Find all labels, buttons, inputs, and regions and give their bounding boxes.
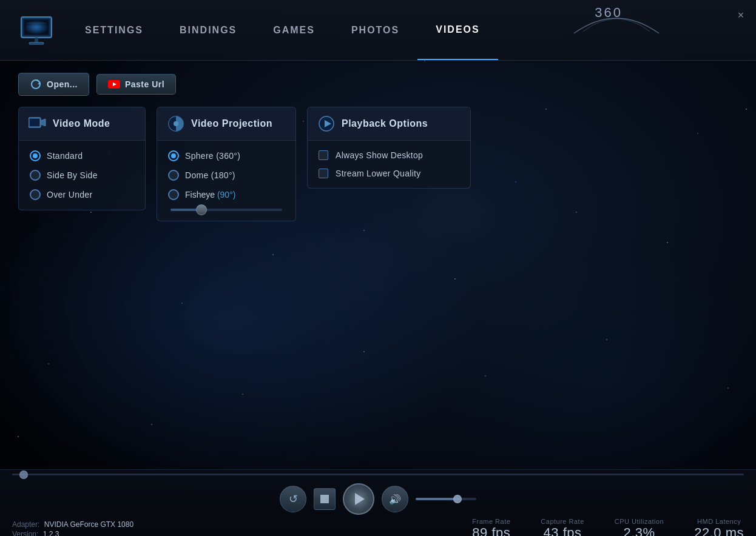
projection-title: Video Projection [191,118,272,129]
play-icon [355,493,365,505]
frame-rate-stat: Frame Rate 89 fps [472,518,510,536]
svg-rect-12 [30,119,39,126]
projection-icon [167,115,185,133]
tab-games[interactable]: GAMES [255,0,333,60]
checkbox-box-always-show [319,150,328,160]
volume-thumb[interactable] [453,495,462,503]
radio-dot-dome [168,170,179,181]
titlebar: SETTINGS BINDINGS GAMES PHOTOS VIDEOS 36… [0,0,756,61]
hmd-value: 22.0 ms [694,525,744,536]
playback-options-panel: Playback Options Always Show Desktop Str… [307,107,471,189]
refresh-icon-symbol: ↺ [289,492,298,506]
video-mode-panel: Video Mode Standard Side By Side Over Un… [18,107,146,210]
brand-arc-decoration [562,0,671,36]
status-stats: Frame Rate 89 fps Capture Rate 43 fps CP… [472,518,744,536]
tab-videos[interactable]: VIDEOS [417,0,498,60]
radio-dome[interactable]: Dome (180°) [168,170,285,181]
capture-rate-label: Capture Rate [541,518,584,525]
svg-marker-11 [41,119,46,126]
radio-fisheye[interactable]: Fisheye (90°) [168,189,285,200]
checkbox-box-stream-lower [319,169,328,178]
radio-side-by-side[interactable]: Side By Side [30,170,134,181]
radio-dot-fisheye [168,189,179,200]
app-logo-icon [18,12,55,49]
playback-title: Playback Options [342,118,428,129]
refresh-icon [30,78,42,90]
radio-sphere[interactable]: Sphere (360°) [168,150,285,161]
version-info: Version: 1.2.3 [12,530,133,536]
progress-bar-container [12,470,744,474]
svg-marker-9 [113,82,116,86]
video-mode-icon [29,115,47,133]
radio-dot-standard [30,150,41,161]
tab-photos[interactable]: PHOTOS [333,0,417,60]
open-button[interactable]: Open... [18,73,89,96]
checkbox-stream-lower-quality[interactable]: Stream Lower Quality [319,169,459,178]
fisheye-slider-thumb[interactable] [196,204,207,215]
radio-dot-side-by-side [30,170,41,181]
paste-url-button[interactable]: Paste Url [96,74,176,95]
playback-icon [317,115,336,133]
tab-bindings[interactable]: BINDINGS [161,0,255,60]
status-left: Adapter: NVIDIA GeForce GTX 1080 Version… [12,520,133,536]
controls-row: ↺ 🔊 [280,477,476,518]
checkbox-always-show-desktop[interactable]: Always Show Desktop [319,150,459,160]
video-projection-header: Video Projection [157,107,295,141]
fisheye-slider-track [170,209,282,211]
cpu-value: 2.3% [623,525,655,536]
adapter-info: Adapter: NVIDIA GeForce GTX 1080 [12,520,133,529]
youtube-icon [108,80,120,89]
hmd-latency-stat: HMD Latency 22.0 ms [694,518,744,536]
radio-over-under[interactable]: Over Under [30,189,134,200]
stop-button[interactable] [314,488,336,510]
speaker-icon: 🔊 [389,494,401,505]
logo-area [0,12,55,49]
progress-thumb[interactable] [19,471,28,479]
cpu-utilization-stat: CPU Utilization 2.3% [615,518,664,536]
projection-body: Sphere (360°) Dome (180°) Fisheye (90°) [157,141,295,221]
adapter-value: NVIDIA GeForce GTX 1080 [44,520,133,529]
svg-point-15 [174,121,178,126]
bottom-bar: ↺ 🔊 Adapter: NVIDIA G [0,469,756,536]
svg-rect-3 [35,38,38,42]
volume-fill [416,498,455,500]
main-content: Open... Paste Url Vid [0,61,756,469]
cpu-label: CPU Utilization [615,518,664,525]
volume-slider-container [416,498,476,500]
radio-dot-over-under [30,189,41,200]
fisheye-slider-container [168,209,285,211]
slider-fill [170,209,198,211]
frame-rate-value: 89 fps [472,525,510,536]
radio-standard[interactable]: Standard [30,150,134,161]
close-button[interactable]: × [734,8,748,22]
version-label: Version: [12,530,38,536]
video-mode-header: Video Mode [19,107,145,141]
adapter-label: Adapter: [12,520,39,529]
refresh-button[interactable]: ↺ [280,486,306,512]
hmd-label: HMD Latency [697,518,741,525]
volume-button[interactable]: 🔊 [382,486,408,512]
volume-track[interactable] [416,498,476,500]
capture-rate-value: 43 fps [544,525,582,536]
progress-bar-track[interactable] [12,474,744,475]
video-mode-body: Standard Side By Side Over Under [19,141,145,210]
svg-rect-4 [29,42,44,44]
capture-rate-stat: Capture Rate 43 fps [541,518,584,536]
playback-header: Playback Options [308,107,470,141]
playback-body: Always Show Desktop Stream Lower Quality [308,141,470,188]
tab-settings[interactable]: SETTINGS [67,0,161,60]
svg-rect-2 [24,20,49,35]
video-mode-title: Video Mode [53,118,110,129]
frame-rate-label: Frame Rate [472,518,510,525]
video-projection-panel: Video Projection Sphere (360°) Dome (180… [157,107,296,221]
version-value: 1.2.3 [43,530,59,536]
status-bar: Adapter: NVIDIA GeForce GTX 1080 Version… [0,518,756,536]
stop-icon [320,495,329,503]
panels-row: Video Mode Standard Side By Side Over Un… [18,107,738,221]
radio-dot-sphere [168,150,179,161]
play-button[interactable] [343,483,374,515]
toolbar-row: Open... Paste Url [18,73,738,96]
